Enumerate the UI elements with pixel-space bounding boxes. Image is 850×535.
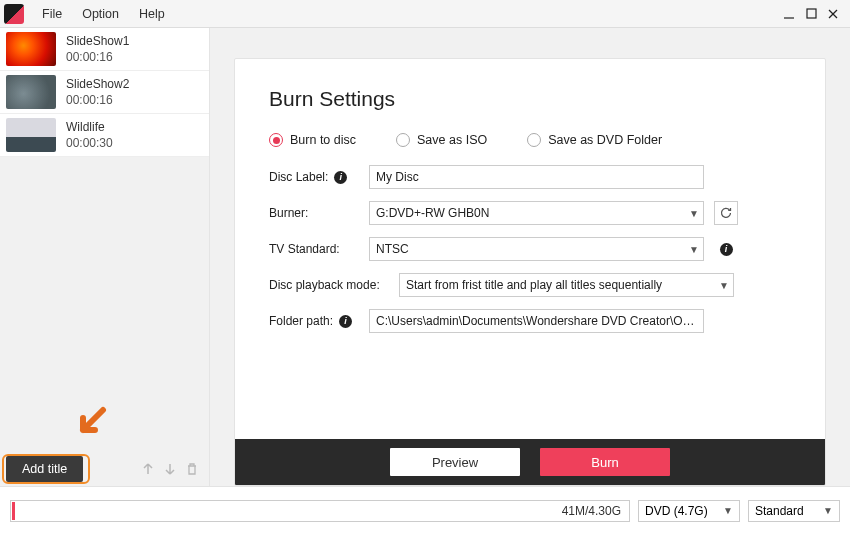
content-area: Burn Settings Burn to disc Save as ISO S…: [210, 28, 850, 486]
folder-path-label: Folder path: i: [269, 314, 369, 328]
burner-label: Burner:: [269, 206, 369, 220]
preview-button[interactable]: Preview: [390, 448, 520, 476]
move-up-icon[interactable]: [137, 458, 159, 480]
window-maximize-button[interactable]: [800, 3, 822, 25]
burner-value: G:DVD+-RW GHB0N: [376, 206, 489, 220]
size-progress-text: 41M/4.30G: [562, 504, 621, 518]
disc-type-select[interactable]: DVD (4.7G) ▼: [638, 500, 740, 522]
playback-mode-value: Start from frist title and play all titl…: [406, 278, 662, 292]
slide-thumbnail-icon: [6, 75, 56, 109]
callout-arrow-icon: [73, 406, 109, 446]
refresh-burner-button[interactable]: [714, 201, 738, 225]
app-logo-icon: [4, 4, 24, 24]
quality-value: Standard: [755, 504, 804, 518]
slide-list: SlideShow1 00:00:16 SlideShow2 00:00:16 …: [0, 28, 209, 157]
chevron-down-icon: ▼: [689, 244, 699, 255]
chevron-down-icon: ▼: [719, 280, 729, 291]
radio-label: Save as ISO: [417, 133, 487, 147]
info-icon[interactable]: i: [720, 243, 733, 256]
panel-heading: Burn Settings: [269, 87, 791, 111]
window-minimize-button[interactable]: [778, 3, 800, 25]
window-close-button[interactable]: [822, 3, 844, 25]
info-icon[interactable]: i: [334, 171, 347, 184]
output-mode-group: Burn to disc Save as ISO Save as DVD Fol…: [269, 133, 791, 147]
slide-duration: 00:00:16: [66, 50, 129, 64]
playback-mode-label: Disc playback mode:: [269, 278, 399, 292]
radio-save-as-iso[interactable]: Save as ISO: [396, 133, 487, 147]
slide-thumbnail-icon: [6, 118, 56, 152]
add-title-button[interactable]: Add title: [6, 456, 83, 482]
main-area: SlideShow1 00:00:16 SlideShow2 00:00:16 …: [0, 28, 850, 486]
tv-standard-select[interactable]: NTSC ▼: [369, 237, 704, 261]
radio-label: Save as DVD Folder: [548, 133, 662, 147]
slide-item[interactable]: Wildlife 00:00:30: [0, 114, 209, 157]
sidebar-toolbar: Add title: [0, 452, 209, 486]
chevron-down-icon: ▼: [723, 505, 733, 516]
quality-select[interactable]: Standard ▼: [748, 500, 840, 522]
sidebar: SlideShow1 00:00:16 SlideShow2 00:00:16 …: [0, 28, 210, 486]
titlebar: File Option Help: [0, 0, 850, 28]
delete-icon[interactable]: [181, 458, 203, 480]
slide-duration: 00:00:16: [66, 93, 129, 107]
slide-title: Wildlife: [66, 120, 113, 134]
disc-type-value: DVD (4.7G): [645, 504, 708, 518]
chevron-down-icon: ▼: [689, 208, 699, 219]
slide-title: SlideShow2: [66, 77, 129, 91]
action-bar: Preview Burn: [235, 439, 825, 485]
disc-label-input[interactable]: [369, 165, 704, 189]
disc-label-label: Disc Label: i: [269, 170, 369, 184]
tv-standard-label: TV Standard:: [269, 242, 369, 256]
menu-file[interactable]: File: [32, 0, 72, 28]
burner-select[interactable]: G:DVD+-RW GHB0N ▼: [369, 201, 704, 225]
radio-burn-to-disc[interactable]: Burn to disc: [269, 133, 356, 147]
folder-path-value: C:\Users\admin\Documents\Wondershare DVD…: [376, 314, 699, 328]
move-down-icon[interactable]: [159, 458, 181, 480]
slide-thumbnail-icon: [6, 32, 56, 66]
slide-item[interactable]: SlideShow2 00:00:16: [0, 71, 209, 114]
radio-save-as-dvd-folder[interactable]: Save as DVD Folder: [527, 133, 662, 147]
burn-settings-panel: Burn Settings Burn to disc Save as ISO S…: [234, 58, 826, 486]
playback-mode-select[interactable]: Start from frist title and play all titl…: [399, 273, 734, 297]
radio-label: Burn to disc: [290, 133, 356, 147]
slide-title: SlideShow1: [66, 34, 129, 48]
tv-standard-value: NTSC: [376, 242, 409, 256]
burn-button[interactable]: Burn: [540, 448, 670, 476]
folder-path-field[interactable]: C:\Users\admin\Documents\Wondershare DVD…: [369, 309, 704, 333]
svg-rect-1: [807, 9, 816, 18]
menu-option[interactable]: Option: [72, 0, 129, 28]
size-progress: 41M/4.30G: [10, 500, 630, 522]
chevron-down-icon: ▼: [823, 505, 833, 516]
slide-duration: 00:00:30: [66, 136, 113, 150]
size-progress-fill: [12, 502, 15, 520]
status-bar: 41M/4.30G DVD (4.7G) ▼ Standard ▼: [0, 486, 850, 534]
slide-item[interactable]: SlideShow1 00:00:16: [0, 28, 209, 71]
menu-help[interactable]: Help: [129, 0, 175, 28]
info-icon[interactable]: i: [339, 315, 352, 328]
